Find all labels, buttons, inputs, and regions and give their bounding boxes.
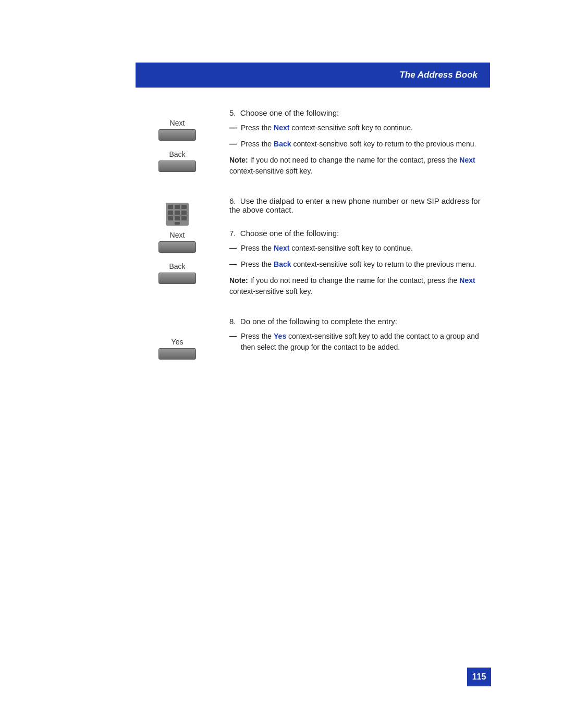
back-button-7[interactable] [158, 273, 196, 284]
back-label-5: Back [169, 150, 185, 158]
step-6-intro: 6. Use the dialpad to enter a new phone … [229, 196, 490, 214]
right-col-5: 5. Choose one of the following: — Press … [219, 108, 490, 191]
yes-button[interactable] [158, 348, 196, 360]
next-button-5[interactable] [158, 129, 196, 141]
step-8-block: 8. Do one of the following to complete t… [229, 317, 490, 353]
svg-rect-6 [181, 211, 187, 215]
dialpad-icon [165, 202, 190, 227]
step-7-block: 7. Choose one of the following: — Press … [229, 229, 490, 297]
left-col-6: Next Back [136, 196, 219, 312]
step-7-note: Note: If you do not need to change the n… [229, 275, 490, 297]
svg-rect-7 [168, 216, 173, 220]
next-label-5: Next [170, 119, 185, 127]
svg-rect-10 [175, 222, 180, 225]
page-number: 115 [467, 668, 491, 686]
section-5: Next Back 5. Choose one of the following… [136, 108, 490, 191]
left-col-8: Yes [136, 317, 219, 369]
right-col-8: 8. Do one of the following to complete t… [219, 317, 490, 369]
step-6-block: 6. Use the dialpad to enter a new phone … [229, 196, 490, 214]
section-8: Yes 8. Do one of the following to comple… [136, 317, 490, 369]
step-5-list: — Press the Next context-sensitive soft … [229, 122, 490, 150]
step-5-bullet-2: — Press the Back context-sensitive soft … [229, 139, 490, 150]
step-7-intro: 7. Choose one of the following: [229, 229, 490, 238]
next-button-7[interactable] [158, 241, 196, 253]
svg-rect-9 [181, 216, 187, 220]
next-label-7: Next [170, 231, 185, 239]
svg-rect-3 [181, 205, 187, 209]
step-5-intro: 5. Choose one of the following: [229, 108, 490, 117]
back-label-7: Back [169, 262, 185, 270]
step-5-block: 5. Choose one of the following: — Press … [229, 108, 490, 177]
step-5-bullet-1: — Press the Next context-sensitive soft … [229, 122, 490, 133]
step-7-bullet-1: — Press the Next context-sensitive soft … [229, 243, 490, 254]
step-7-list: — Press the Next context-sensitive soft … [229, 243, 490, 270]
svg-rect-8 [175, 216, 180, 220]
header-bar: The Address Book [136, 63, 490, 88]
section-6: Next Back 6. Use the dialpad to enter a … [136, 196, 490, 312]
step-8-intro: 8. Do one of the following to complete t… [229, 317, 490, 326]
svg-rect-5 [175, 211, 180, 215]
step-7-bullet-2: — Press the Back context-sensitive soft … [229, 259, 490, 270]
svg-rect-1 [168, 205, 173, 209]
svg-rect-2 [175, 205, 180, 209]
step-5-note: Note: If you do not need to change the n… [229, 155, 490, 177]
left-col-5: Next Back [136, 108, 219, 191]
step-8-list: — Press the Yes context-sensitive soft k… [229, 331, 490, 353]
back-button-5[interactable] [158, 161, 196, 172]
page-title: The Address Book [399, 70, 478, 80]
right-col-6: 6. Use the dialpad to enter a new phone … [219, 196, 490, 312]
yes-label: Yes [172, 338, 183, 346]
svg-rect-4 [168, 211, 173, 215]
step-8-bullet-1: — Press the Yes context-sensitive soft k… [229, 331, 490, 353]
